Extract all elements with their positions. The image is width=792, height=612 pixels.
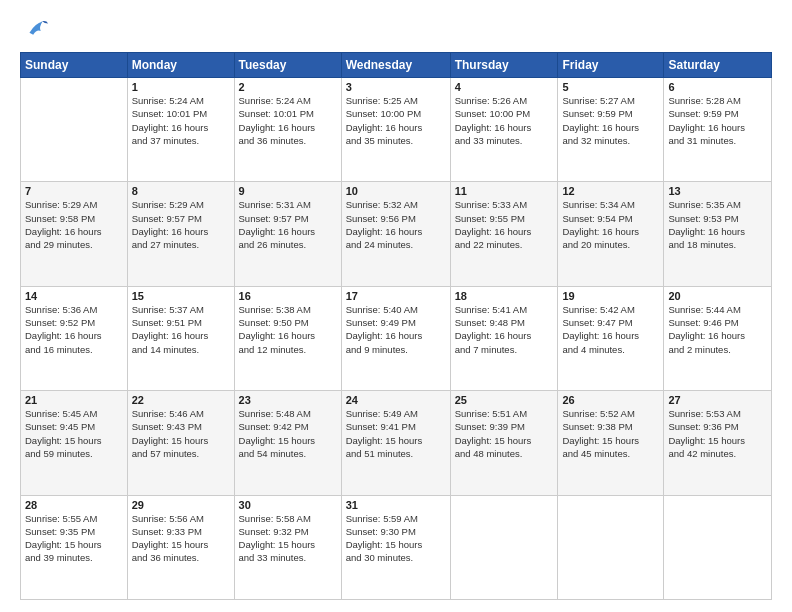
calendar-cell: 7Sunrise: 5:29 AM Sunset: 9:58 PM Daylig… <box>21 182 128 286</box>
day-number: 21 <box>25 394 123 406</box>
calendar-cell: 9Sunrise: 5:31 AM Sunset: 9:57 PM Daylig… <box>234 182 341 286</box>
calendar-cell: 30Sunrise: 5:58 AM Sunset: 9:32 PM Dayli… <box>234 495 341 599</box>
calendar-cell: 13Sunrise: 5:35 AM Sunset: 9:53 PM Dayli… <box>664 182 772 286</box>
day-info: Sunrise: 5:32 AM Sunset: 9:56 PM Dayligh… <box>346 198 446 251</box>
calendar-cell: 17Sunrise: 5:40 AM Sunset: 9:49 PM Dayli… <box>341 286 450 390</box>
day-number: 20 <box>668 290 767 302</box>
day-info: Sunrise: 5:34 AM Sunset: 9:54 PM Dayligh… <box>562 198 659 251</box>
calendar-cell: 25Sunrise: 5:51 AM Sunset: 9:39 PM Dayli… <box>450 391 558 495</box>
day-number: 23 <box>239 394 337 406</box>
day-header-tuesday: Tuesday <box>234 53 341 78</box>
day-info: Sunrise: 5:56 AM Sunset: 9:33 PM Dayligh… <box>132 512 230 565</box>
calendar-cell: 2Sunrise: 5:24 AM Sunset: 10:01 PM Dayli… <box>234 78 341 182</box>
day-info: Sunrise: 5:41 AM Sunset: 9:48 PM Dayligh… <box>455 303 554 356</box>
day-info: Sunrise: 5:59 AM Sunset: 9:30 PM Dayligh… <box>346 512 446 565</box>
day-info: Sunrise: 5:51 AM Sunset: 9:39 PM Dayligh… <box>455 407 554 460</box>
calendar-cell: 28Sunrise: 5:55 AM Sunset: 9:35 PM Dayli… <box>21 495 128 599</box>
calendar-cell: 29Sunrise: 5:56 AM Sunset: 9:33 PM Dayli… <box>127 495 234 599</box>
day-info: Sunrise: 5:48 AM Sunset: 9:42 PM Dayligh… <box>239 407 337 460</box>
day-info: Sunrise: 5:26 AM Sunset: 10:00 PM Daylig… <box>455 94 554 147</box>
day-info: Sunrise: 5:28 AM Sunset: 9:59 PM Dayligh… <box>668 94 767 147</box>
day-info: Sunrise: 5:25 AM Sunset: 10:00 PM Daylig… <box>346 94 446 147</box>
day-header-friday: Friday <box>558 53 664 78</box>
calendar-cell: 5Sunrise: 5:27 AM Sunset: 9:59 PM Daylig… <box>558 78 664 182</box>
page: SundayMondayTuesdayWednesdayThursdayFrid… <box>0 0 792 612</box>
day-info: Sunrise: 5:36 AM Sunset: 9:52 PM Dayligh… <box>25 303 123 356</box>
day-header-thursday: Thursday <box>450 53 558 78</box>
day-header-wednesday: Wednesday <box>341 53 450 78</box>
day-info: Sunrise: 5:31 AM Sunset: 9:57 PM Dayligh… <box>239 198 337 251</box>
day-number: 24 <box>346 394 446 406</box>
calendar-week-row: 28Sunrise: 5:55 AM Sunset: 9:35 PM Dayli… <box>21 495 772 599</box>
calendar-cell: 23Sunrise: 5:48 AM Sunset: 9:42 PM Dayli… <box>234 391 341 495</box>
day-number: 26 <box>562 394 659 406</box>
day-info: Sunrise: 5:53 AM Sunset: 9:36 PM Dayligh… <box>668 407 767 460</box>
calendar-cell: 12Sunrise: 5:34 AM Sunset: 9:54 PM Dayli… <box>558 182 664 286</box>
calendar-cell: 21Sunrise: 5:45 AM Sunset: 9:45 PM Dayli… <box>21 391 128 495</box>
day-info: Sunrise: 5:24 AM Sunset: 10:01 PM Daylig… <box>132 94 230 147</box>
calendar-cell: 11Sunrise: 5:33 AM Sunset: 9:55 PM Dayli… <box>450 182 558 286</box>
calendar-cell: 16Sunrise: 5:38 AM Sunset: 9:50 PM Dayli… <box>234 286 341 390</box>
day-info: Sunrise: 5:40 AM Sunset: 9:49 PM Dayligh… <box>346 303 446 356</box>
calendar-cell: 10Sunrise: 5:32 AM Sunset: 9:56 PM Dayli… <box>341 182 450 286</box>
day-header-sunday: Sunday <box>21 53 128 78</box>
day-number: 2 <box>239 81 337 93</box>
day-header-monday: Monday <box>127 53 234 78</box>
day-number: 1 <box>132 81 230 93</box>
day-number: 29 <box>132 499 230 511</box>
day-number: 15 <box>132 290 230 302</box>
calendar-cell <box>21 78 128 182</box>
day-number: 22 <box>132 394 230 406</box>
day-header-saturday: Saturday <box>664 53 772 78</box>
day-info: Sunrise: 5:49 AM Sunset: 9:41 PM Dayligh… <box>346 407 446 460</box>
day-number: 17 <box>346 290 446 302</box>
day-info: Sunrise: 5:55 AM Sunset: 9:35 PM Dayligh… <box>25 512 123 565</box>
day-info: Sunrise: 5:44 AM Sunset: 9:46 PM Dayligh… <box>668 303 767 356</box>
day-info: Sunrise: 5:42 AM Sunset: 9:47 PM Dayligh… <box>562 303 659 356</box>
day-number: 8 <box>132 185 230 197</box>
header <box>20 16 772 44</box>
day-number: 14 <box>25 290 123 302</box>
calendar-cell: 31Sunrise: 5:59 AM Sunset: 9:30 PM Dayli… <box>341 495 450 599</box>
day-number: 27 <box>668 394 767 406</box>
day-info: Sunrise: 5:38 AM Sunset: 9:50 PM Dayligh… <box>239 303 337 356</box>
day-number: 28 <box>25 499 123 511</box>
calendar-cell: 27Sunrise: 5:53 AM Sunset: 9:36 PM Dayli… <box>664 391 772 495</box>
day-info: Sunrise: 5:24 AM Sunset: 10:01 PM Daylig… <box>239 94 337 147</box>
day-number: 18 <box>455 290 554 302</box>
calendar-cell: 8Sunrise: 5:29 AM Sunset: 9:57 PM Daylig… <box>127 182 234 286</box>
day-number: 5 <box>562 81 659 93</box>
day-number: 11 <box>455 185 554 197</box>
calendar-cell: 1Sunrise: 5:24 AM Sunset: 10:01 PM Dayli… <box>127 78 234 182</box>
day-number: 30 <box>239 499 337 511</box>
day-number: 13 <box>668 185 767 197</box>
calendar-cell: 22Sunrise: 5:46 AM Sunset: 9:43 PM Dayli… <box>127 391 234 495</box>
day-info: Sunrise: 5:45 AM Sunset: 9:45 PM Dayligh… <box>25 407 123 460</box>
calendar-cell <box>664 495 772 599</box>
day-info: Sunrise: 5:58 AM Sunset: 9:32 PM Dayligh… <box>239 512 337 565</box>
day-number: 16 <box>239 290 337 302</box>
calendar-cell: 19Sunrise: 5:42 AM Sunset: 9:47 PM Dayli… <box>558 286 664 390</box>
calendar-cell <box>450 495 558 599</box>
day-info: Sunrise: 5:37 AM Sunset: 9:51 PM Dayligh… <box>132 303 230 356</box>
day-info: Sunrise: 5:29 AM Sunset: 9:57 PM Dayligh… <box>132 198 230 251</box>
logo <box>20 16 50 44</box>
day-number: 7 <box>25 185 123 197</box>
calendar-table: SundayMondayTuesdayWednesdayThursdayFrid… <box>20 52 772 600</box>
day-number: 9 <box>239 185 337 197</box>
calendar-cell: 18Sunrise: 5:41 AM Sunset: 9:48 PM Dayli… <box>450 286 558 390</box>
calendar-cell: 14Sunrise: 5:36 AM Sunset: 9:52 PM Dayli… <box>21 286 128 390</box>
day-number: 25 <box>455 394 554 406</box>
day-info: Sunrise: 5:46 AM Sunset: 9:43 PM Dayligh… <box>132 407 230 460</box>
calendar-week-row: 21Sunrise: 5:45 AM Sunset: 9:45 PM Dayli… <box>21 391 772 495</box>
day-info: Sunrise: 5:29 AM Sunset: 9:58 PM Dayligh… <box>25 198 123 251</box>
day-number: 3 <box>346 81 446 93</box>
calendar-cell: 6Sunrise: 5:28 AM Sunset: 9:59 PM Daylig… <box>664 78 772 182</box>
day-number: 31 <box>346 499 446 511</box>
calendar-cell: 4Sunrise: 5:26 AM Sunset: 10:00 PM Dayli… <box>450 78 558 182</box>
day-number: 10 <box>346 185 446 197</box>
day-info: Sunrise: 5:52 AM Sunset: 9:38 PM Dayligh… <box>562 407 659 460</box>
calendar-week-row: 1Sunrise: 5:24 AM Sunset: 10:01 PM Dayli… <box>21 78 772 182</box>
calendar-cell: 3Sunrise: 5:25 AM Sunset: 10:00 PM Dayli… <box>341 78 450 182</box>
day-info: Sunrise: 5:35 AM Sunset: 9:53 PM Dayligh… <box>668 198 767 251</box>
